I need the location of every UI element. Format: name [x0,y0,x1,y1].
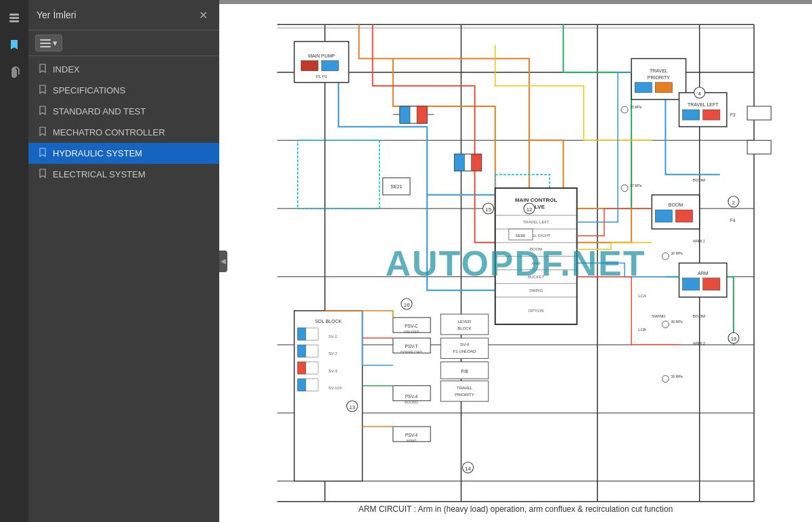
svg-text:27 MPa: 27 MPa [630,183,641,188]
attachments-toolbar-btn[interactable] [2,60,26,84]
svg-rect-25 [301,61,318,71]
svg-text:TRAVEL LEFT: TRAVEL LEFT [523,220,549,224]
collapse-sidebar-button[interactable]: ◀ [219,251,227,272]
svg-rect-65 [676,210,693,222]
svg-text:SWING: SWING [529,288,543,292]
svg-text:OPTION: OPTION [528,309,544,313]
svg-text:SE60: SE60 [516,234,526,238]
svg-text:ARM: ARM [698,271,708,276]
bookmark-item-electrical-system[interactable]: ELECTRICAL SYSTEM [28,164,219,185]
svg-text:P/B: P/B [461,369,468,374]
svg-rect-56 [635,83,652,93]
svg-rect-144 [747,106,771,120]
svg-text:PRIORITY: PRIORITY [455,393,474,397]
collapse-icon: ◀ [221,257,226,265]
svg-rect-2 [9,20,19,22]
pdf-viewer[interactable]: MAIN PUMP P1 P2 [219,4,812,522]
svg-point-129 [662,253,669,259]
svg-rect-57 [655,83,672,93]
svg-point-125 [621,106,628,113]
svg-rect-0 [9,14,19,16]
svg-rect-117 [441,338,488,358]
bookmark-item-standard-and-test[interactable]: STANDARD AND TEST [28,101,219,122]
bookmark-item-hydraulic-system[interactable]: HYDRAULIC SYSTEM [28,143,219,164]
svg-text:TRAVEL LEFT: TRAVEL LEFT [687,102,719,107]
svg-text:LEVER: LEVER [458,320,472,324]
svg-rect-145 [747,140,771,154]
svg-text:F4: F4 [730,218,736,223]
bookmarks-toolbar-btn[interactable] [2,32,26,57]
svg-text:LCA: LCA [638,294,646,298]
bookmark-icon [39,85,46,96]
bookmark-label: SPECIFICATIONS [53,85,125,95]
svg-text:SV-2: SV-2 [328,351,338,355]
svg-rect-76 [298,345,306,357]
bookmark-label: MECHATRO CONTROLLER [53,127,165,137]
svg-text:BOOM: BOOM [693,314,705,318]
svg-text:35 MPa: 35 MPa [630,105,641,109]
svg-text:MAIN PUMP: MAIN PUMP [308,53,335,58]
panel-header: Yer İmleri ✕ [28,0,219,30]
svg-rect-69 [703,278,720,290]
svg-rect-73 [298,328,306,340]
svg-text:16: 16 [403,302,409,308]
svg-text:ARM2: ARM2 [406,439,416,443]
svg-point-131 [662,321,669,328]
svg-text:39 MPa: 39 MPa [671,374,683,378]
svg-text:BOOM: BOOM [669,202,683,207]
bookmark-item-index[interactable]: INDEX [28,59,219,80]
svg-point-133 [662,376,669,383]
bookmark-icon [39,169,46,180]
bookmark-label: HYDRAULIC SYSTEM [53,148,142,158]
svg-rect-82 [298,379,306,391]
bookmark-list: INDEX SPECIFICATIONS STANDARD AND TEST M… [28,56,219,522]
svg-text:PSV-4: PSV-4 [405,433,418,437]
svg-text:P1    P2: P1 P2 [316,74,328,79]
svg-rect-60 [683,110,700,120]
svg-text:PSV-4: PSV-4 [405,394,418,399]
panel-toolbar: ▾ [28,30,219,56]
bookmark-icon [39,64,46,75]
svg-text:TRAVEL: TRAVEL [457,386,473,390]
svg-rect-64 [655,210,672,222]
bookmark-item-mechatro-controller[interactable]: MECHATRO CONTROLLER [28,122,219,143]
panel-title: Yer İmleri [37,9,76,20]
svg-rect-29 [400,106,410,123]
bookmarks-panel: Yer İmleri ✕ ▾ INDEX SPECIFICATIONS STAN… [28,0,219,522]
svg-text:PSV-C: PSV-C [405,324,418,328]
svg-rect-79 [298,362,306,374]
svg-text:BLOCK: BLOCK [457,326,471,330]
bookmark-label: ELECTRICAL SYSTEM [53,169,145,179]
svg-text:LCB: LCB [638,328,646,332]
bookmark-icon [39,148,46,159]
svg-rect-4 [40,43,51,44]
svg-text:BOOM: BOOM [530,247,542,251]
svg-rect-1 [9,17,19,19]
svg-text:SWING: SWING [652,314,666,318]
svg-rect-3 [40,39,51,41]
dropdown-arrow: ▾ [53,38,58,48]
diagram-caption: ARM CIRCUIT : Arm in (heavy load) operat… [359,504,673,514]
svg-text:ARM: ARM [532,261,541,265]
svg-text:SV-4: SV-4 [460,343,470,347]
sort-options-button[interactable]: ▾ [35,35,62,51]
svg-rect-34 [454,154,464,171]
svg-text:15: 15 [485,206,491,213]
svg-rect-114 [441,314,488,334]
bookmark-icon [39,127,46,138]
close-panel-button[interactable]: ✕ [195,7,211,23]
svg-rect-61 [703,110,720,120]
svg-rect-68 [683,278,700,290]
svg-text:PSV-T: PSV-T [405,344,418,349]
layers-toolbar-btn[interactable] [2,5,26,30]
svg-text:19: 19 [731,336,737,342]
svg-text:SV-1: SV-1 [328,334,338,339]
svg-rect-35 [472,154,482,171]
svg-rect-122 [441,381,488,401]
svg-rect-30 [417,106,427,123]
bookmark-item-specifications[interactable]: SPECIFICATIONS [28,80,219,101]
svg-text:SV-3: SV-3 [328,369,338,373]
bookmark-label: STANDARD AND TEST [53,106,145,116]
svg-text:BUCKET: BUCKET [528,275,545,279]
diagram-container: MAIN PUMP P1 P2 [219,4,812,522]
